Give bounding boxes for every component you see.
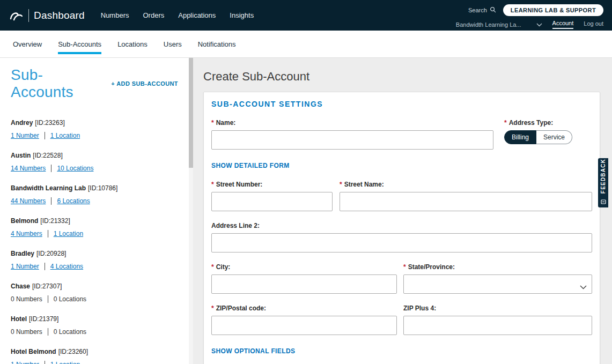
feedback-label: FEEDBACK [600,159,606,194]
top-nav-orders[interactable]: Orders [143,11,165,19]
account-locations-count: 0 Locations [54,328,86,336]
sub-account-settings-card: SUB-ACCOUNT SETTINGS * Name: * [203,92,600,364]
name-address-type-row: * Name: * Address Type: Billing [211,119,592,150]
account-locations-link[interactable]: 10 Locations [57,165,93,172]
address-line2-row: Address Line 2: [211,222,592,252]
top-nav-applications[interactable]: Applications [178,11,216,19]
separator [45,132,45,139]
bandwidth-logo-icon [9,8,24,23]
address-type-billing-button[interactable]: Billing [504,130,536,144]
required-asterisk: * [211,119,214,127]
secondary-nav: Overview Sub-Accounts Locations Users No… [0,31,612,58]
add-sub-account-button[interactable]: + ADD SUB-ACCOUNT [111,80,178,87]
account-locations-link[interactable]: 6 Locations [57,197,90,205]
account-name: Chase [11,283,30,290]
street-name-label: * Street Name: [340,181,592,188]
city-label: * City: [211,263,397,271]
account-locations-link[interactable]: 1 Location [54,230,83,237]
account-numbers-link[interactable]: 1 Number [11,263,39,270]
account-id: [ID:23263] [35,119,64,127]
address-type-service-button[interactable]: Service [536,130,572,144]
tab-notifications[interactable]: Notifications [198,31,236,57]
account-name: Hotel [11,315,27,323]
separator [48,295,48,303]
feedback-tab[interactable]: FEEDBACK [598,158,608,207]
address-line2-label: Address Line 2: [211,222,592,229]
state-province-label: * State/Province: [403,263,592,271]
address-type-toggle: Billing Service [504,130,592,144]
street-number-label: * Street Number: [211,181,333,188]
top-nav-numbers[interactable]: Numbers [101,11,129,19]
account-numbers-link[interactable]: 14 Numbers [11,165,46,172]
account-locations-link[interactable]: 1 Location [50,132,80,139]
account-id: [ID:21332] [40,217,70,225]
account-numbers-link[interactable]: 44 Numbers [11,197,46,205]
street-name-input[interactable] [340,192,592,211]
city-input[interactable] [211,274,397,294]
topbar-right: Search LEARNING LAB & SUPPORT Bandwidth … [456,4,603,29]
sub-accounts-sidebar: Sub-Accounts + ADD SUB-ACCOUNT Andrey[ID… [0,58,193,364]
required-asterisk: * [504,119,507,127]
zip-plus4-input[interactable] [403,316,592,335]
sidebar-scrollbar-thumb[interactable] [189,58,193,168]
show-optional-fields-link[interactable]: SHOW OPTIONAL FIELDS [211,347,295,355]
account-numbers-link[interactable]: 4 Numbers [11,230,42,237]
state-province-select[interactable] [403,274,592,294]
required-asterisk: * [211,304,214,312]
search-icon [490,6,496,14]
required-asterisk: * [211,181,214,188]
page-title: Create Sub-Account [203,70,600,84]
account-name: Bradley [11,250,34,257]
topbar: Dashboard Numbers Orders Applications In… [0,0,612,31]
content: Sub-Accounts + ADD SUB-ACCOUNT Andrey[ID… [0,58,612,364]
learning-lab-support-button[interactable]: LEARNING LAB & SUPPORT [503,4,603,16]
account-name: Belmond [11,217,38,225]
tab-users[interactable]: Users [164,31,182,57]
zip-postal-code-label: * ZIP/Postal code: [211,304,397,312]
zip-row: * ZIP/Postal code: ZIP Plus 4: [211,304,592,335]
brand-divider [28,9,29,22]
sidebar-account-andrey: Andrey[ID:23263] 1 Number 1 Location [11,119,178,139]
card-heading: SUB-ACCOUNT SETTINGS [211,100,592,108]
address-line2-input[interactable] [211,233,592,252]
logout-link[interactable]: Log out [584,20,603,28]
app-title: Dashboard [34,10,85,21]
zip-postal-code-input[interactable] [211,316,397,335]
account-selector[interactable]: Bandwidth Learning La... [456,21,542,28]
account-id: [ID:27307] [32,283,62,290]
page: Dashboard Numbers Orders Applications In… [0,0,612,364]
account-name: Austin [11,152,31,159]
city-state-row: * City: * State/Province: [211,263,592,294]
account-locations-link[interactable]: 1 Location [50,361,80,364]
main-body: Create Sub-Account SUB-ACCOUNT SETTINGS … [193,58,612,364]
tab-sub-accounts[interactable]: Sub-Accounts [58,31,101,57]
sidebar-account-bradley: Bradley[ID:20928] 1 Number 4 Locations [11,250,178,270]
account-locations-link[interactable]: 4 Locations [50,263,83,270]
name-input[interactable] [211,130,493,150]
account-name: Bandwidth Learning Lab [11,184,86,192]
account-link[interactable]: Account [552,20,574,29]
brand: Dashboard [9,8,85,23]
required-asterisk: * [211,263,214,271]
required-asterisk: * [340,181,342,188]
account-id: [ID:20928] [36,250,66,257]
show-detailed-form-link[interactable]: SHOW DETAILED FORM [211,162,290,169]
account-numbers-link[interactable]: 1 Number [11,361,39,364]
search-label: Search [468,7,487,13]
top-nav: Numbers Orders Applications Insights [101,11,254,19]
separator [45,361,45,364]
create-sub-account-panel: Create Sub-Account SUB-ACCOUNT SETTINGS … [193,58,612,364]
name-label: * Name: [211,119,493,127]
top-nav-insights[interactable]: Insights [230,11,254,19]
account-numbers-link[interactable]: 1 Number [11,132,39,139]
street-number-input[interactable] [211,192,333,211]
selected-account-label: Bandwidth Learning La... [456,21,521,28]
tab-overview[interactable]: Overview [13,31,42,57]
sidebar-account-hotel: Hotel[ID:21379] 0 Numbers 0 Locations [11,315,178,336]
sidebar-account-austin: Austin[ID:22528] 14 Numbers 10 Locations [11,152,178,172]
required-asterisk: * [403,263,406,271]
sidebar-scrollbar[interactable] [189,58,193,364]
tab-locations[interactable]: Locations [117,31,148,57]
sidebar-account-hotel-belmond: Hotel Belmond[ID:23260] 1 Number 1 Locat… [11,348,178,364]
search-button[interactable]: Search [468,6,496,14]
